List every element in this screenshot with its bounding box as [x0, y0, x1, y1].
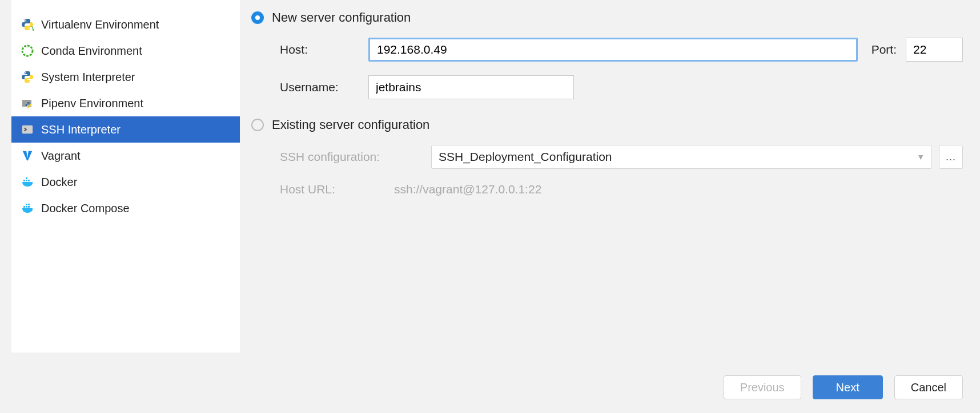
svg-point-5	[29, 81, 30, 82]
svg-point-1	[29, 29, 30, 30]
svg-rect-12	[26, 206, 27, 208]
radio-new-server[interactable]	[251, 11, 264, 24]
ssh-config-dropdown[interactable]: SSH_Deployment_Configuration ▼	[431, 145, 932, 169]
sidebar-item-label: Docker	[41, 176, 77, 189]
sidebar-item-label: System Interpreter	[41, 71, 135, 84]
sidebar-item-label: Virtualenv Environment	[41, 18, 159, 31]
conda-icon	[19, 43, 35, 59]
svg-rect-13	[28, 206, 30, 208]
previous-button: Previous	[724, 375, 801, 399]
ssh-config-label: SSH configuration:	[280, 150, 394, 164]
svg-rect-7	[23, 180, 25, 181]
svg-point-4	[25, 72, 26, 74]
sidebar-item-docker[interactable]: Docker	[11, 169, 240, 195]
chevron-down-icon: ▼	[917, 152, 925, 161]
host-url-value: ssh://vagrant@127.0.0.1:22	[394, 183, 541, 196]
svg-rect-15	[28, 204, 30, 205]
next-button[interactable]: Next	[813, 375, 883, 399]
host-input[interactable]	[368, 38, 858, 62]
python-virtualenv-icon: V	[19, 17, 35, 33]
sidebar-item-label: Docker Compose	[41, 202, 130, 215]
svg-rect-10	[26, 177, 27, 179]
sidebar-item-label: Conda Environment	[41, 44, 142, 58]
sidebar-item-label: SSH Interpreter	[41, 123, 121, 136]
sidebar-item-pipenv[interactable]: Pipenv Environment	[11, 90, 240, 116]
ssh-terminal-icon	[19, 122, 35, 137]
svg-point-0	[25, 20, 26, 21]
radio-new-server-row[interactable]: New server configuration	[251, 10, 963, 25]
sidebar-item-label: Pipenv Environment	[41, 97, 143, 110]
host-url-label: Host URL:	[280, 183, 394, 196]
sidebar-item-system-interpreter[interactable]: System Interpreter	[11, 64, 240, 90]
dialog-footer: Previous Next Cancel	[0, 364, 980, 413]
svg-rect-9	[28, 180, 30, 181]
docker-icon	[19, 174, 35, 190]
radio-existing-server[interactable]	[251, 119, 264, 131]
docker-compose-icon	[19, 200, 35, 216]
svg-rect-8	[26, 180, 27, 181]
username-input[interactable]	[368, 75, 574, 99]
host-label: Host:	[280, 43, 368, 56]
cancel-button[interactable]: Cancel	[894, 375, 963, 399]
radio-existing-server-row[interactable]: Existing server configuration	[251, 118, 963, 132]
port-input[interactable]	[906, 38, 963, 62]
python-icon	[19, 69, 35, 85]
sidebar-item-virtualenv[interactable]: V Virtualenv Environment	[11, 11, 240, 38]
pipenv-icon	[19, 95, 35, 111]
svg-text:V: V	[31, 26, 34, 31]
svg-rect-6	[22, 125, 33, 134]
sidebar-item-ssh-interpreter[interactable]: SSH Interpreter	[11, 116, 240, 143]
svg-rect-14	[26, 204, 27, 205]
ssh-config-value: SSH_Deployment_Configuration	[439, 150, 612, 164]
radio-existing-server-label: Existing server configuration	[272, 118, 429, 132]
svg-point-3	[22, 46, 33, 56]
port-label: Port:	[871, 43, 897, 56]
sidebar-item-vagrant[interactable]: Vagrant	[11, 143, 240, 169]
username-label: Username:	[280, 80, 368, 94]
svg-rect-11	[23, 206, 25, 208]
interpreter-type-sidebar: V Virtualenv Environment Conda Environme…	[11, 0, 240, 353]
ssh-config-browse-button[interactable]: ...	[939, 145, 963, 169]
vagrant-icon	[19, 148, 35, 164]
sidebar-item-label: Vagrant	[41, 149, 81, 163]
sidebar-item-docker-compose[interactable]: Docker Compose	[11, 195, 240, 221]
ssh-interpreter-config-panel: New server configuration Host: Port: Use…	[240, 0, 980, 364]
radio-new-server-label: New server configuration	[272, 10, 411, 25]
sidebar-item-conda[interactable]: Conda Environment	[11, 38, 240, 64]
